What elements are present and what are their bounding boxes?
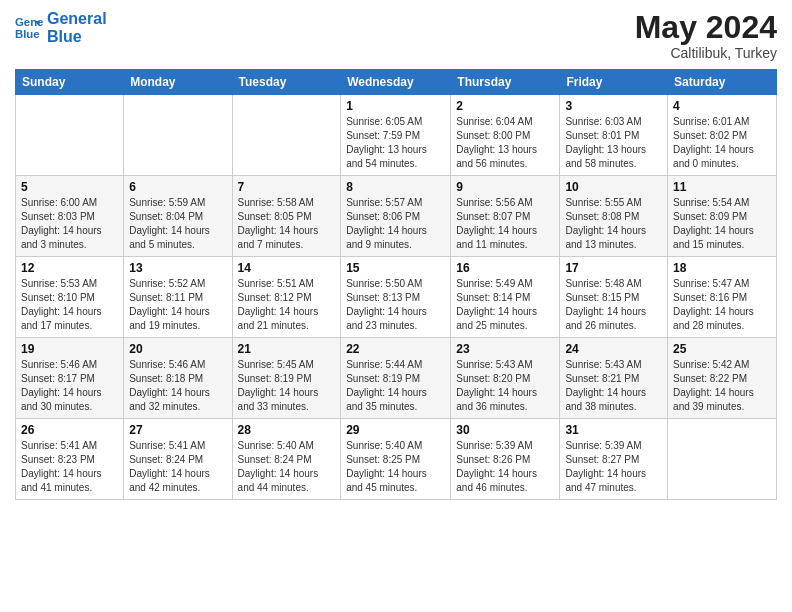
day-info: Sunrise: 5:51 AMSunset: 8:12 PMDaylight:… — [238, 277, 336, 333]
calendar-cell: 22Sunrise: 5:44 AMSunset: 8:19 PMDayligh… — [341, 338, 451, 419]
day-info: Sunrise: 5:56 AMSunset: 8:07 PMDaylight:… — [456, 196, 554, 252]
day-number: 3 — [565, 99, 662, 113]
calendar-cell: 20Sunrise: 5:46 AMSunset: 8:18 PMDayligh… — [124, 338, 232, 419]
calendar-cell: 19Sunrise: 5:46 AMSunset: 8:17 PMDayligh… — [16, 338, 124, 419]
calendar-cell: 16Sunrise: 5:49 AMSunset: 8:14 PMDayligh… — [451, 257, 560, 338]
calendar-cell: 17Sunrise: 5:48 AMSunset: 8:15 PMDayligh… — [560, 257, 668, 338]
calendar-header-thursday: Thursday — [451, 70, 560, 95]
day-info: Sunrise: 5:45 AMSunset: 8:19 PMDaylight:… — [238, 358, 336, 414]
calendar-cell: 30Sunrise: 5:39 AMSunset: 8:26 PMDayligh… — [451, 419, 560, 500]
day-info: Sunrise: 5:43 AMSunset: 8:21 PMDaylight:… — [565, 358, 662, 414]
day-number: 26 — [21, 423, 118, 437]
logo-icon: General Blue — [15, 14, 43, 42]
calendar-cell: 10Sunrise: 5:55 AMSunset: 8:08 PMDayligh… — [560, 176, 668, 257]
day-info: Sunrise: 6:01 AMSunset: 8:02 PMDaylight:… — [673, 115, 771, 171]
day-number: 28 — [238, 423, 336, 437]
calendar-cell: 21Sunrise: 5:45 AMSunset: 8:19 PMDayligh… — [232, 338, 341, 419]
day-info: Sunrise: 5:58 AMSunset: 8:05 PMDaylight:… — [238, 196, 336, 252]
day-number: 10 — [565, 180, 662, 194]
day-number: 30 — [456, 423, 554, 437]
day-info: Sunrise: 5:44 AMSunset: 8:19 PMDaylight:… — [346, 358, 445, 414]
calendar-week-2: 5Sunrise: 6:00 AMSunset: 8:03 PMDaylight… — [16, 176, 777, 257]
calendar-cell: 24Sunrise: 5:43 AMSunset: 8:21 PMDayligh… — [560, 338, 668, 419]
day-number: 27 — [129, 423, 226, 437]
header: General Blue General Blue May 2024 Calti… — [15, 10, 777, 61]
title-block: May 2024 Caltilibuk, Turkey — [635, 10, 777, 61]
calendar-week-5: 26Sunrise: 5:41 AMSunset: 8:23 PMDayligh… — [16, 419, 777, 500]
day-number: 1 — [346, 99, 445, 113]
day-info: Sunrise: 5:59 AMSunset: 8:04 PMDaylight:… — [129, 196, 226, 252]
day-number: 7 — [238, 180, 336, 194]
calendar-cell: 15Sunrise: 5:50 AMSunset: 8:13 PMDayligh… — [341, 257, 451, 338]
calendar-header-friday: Friday — [560, 70, 668, 95]
day-number: 21 — [238, 342, 336, 356]
calendar-cell: 26Sunrise: 5:41 AMSunset: 8:23 PMDayligh… — [16, 419, 124, 500]
day-info: Sunrise: 5:52 AMSunset: 8:11 PMDaylight:… — [129, 277, 226, 333]
day-number: 2 — [456, 99, 554, 113]
day-number: 16 — [456, 261, 554, 275]
calendar-week-1: 1Sunrise: 6:05 AMSunset: 7:59 PMDaylight… — [16, 95, 777, 176]
day-info: Sunrise: 5:47 AMSunset: 8:16 PMDaylight:… — [673, 277, 771, 333]
day-number: 29 — [346, 423, 445, 437]
day-info: Sunrise: 5:50 AMSunset: 8:13 PMDaylight:… — [346, 277, 445, 333]
day-info: Sunrise: 5:41 AMSunset: 8:23 PMDaylight:… — [21, 439, 118, 495]
calendar-cell — [232, 95, 341, 176]
day-number: 31 — [565, 423, 662, 437]
day-info: Sunrise: 5:46 AMSunset: 8:18 PMDaylight:… — [129, 358, 226, 414]
calendar-cell: 14Sunrise: 5:51 AMSunset: 8:12 PMDayligh… — [232, 257, 341, 338]
calendar-cell: 29Sunrise: 5:40 AMSunset: 8:25 PMDayligh… — [341, 419, 451, 500]
day-info: Sunrise: 5:48 AMSunset: 8:15 PMDaylight:… — [565, 277, 662, 333]
calendar-cell: 5Sunrise: 6:00 AMSunset: 8:03 PMDaylight… — [16, 176, 124, 257]
day-number: 15 — [346, 261, 445, 275]
calendar-header-monday: Monday — [124, 70, 232, 95]
calendar-cell: 8Sunrise: 5:57 AMSunset: 8:06 PMDaylight… — [341, 176, 451, 257]
day-info: Sunrise: 5:42 AMSunset: 8:22 PMDaylight:… — [673, 358, 771, 414]
day-number: 4 — [673, 99, 771, 113]
day-info: Sunrise: 5:55 AMSunset: 8:08 PMDaylight:… — [565, 196, 662, 252]
day-info: Sunrise: 6:03 AMSunset: 8:01 PMDaylight:… — [565, 115, 662, 171]
main-title: May 2024 — [635, 10, 777, 45]
calendar-header-row: SundayMondayTuesdayWednesdayThursdayFrid… — [16, 70, 777, 95]
calendar-cell: 12Sunrise: 5:53 AMSunset: 8:10 PMDayligh… — [16, 257, 124, 338]
calendar-cell: 27Sunrise: 5:41 AMSunset: 8:24 PMDayligh… — [124, 419, 232, 500]
day-info: Sunrise: 5:54 AMSunset: 8:09 PMDaylight:… — [673, 196, 771, 252]
day-number: 22 — [346, 342, 445, 356]
calendar-cell: 2Sunrise: 6:04 AMSunset: 8:00 PMDaylight… — [451, 95, 560, 176]
day-number: 23 — [456, 342, 554, 356]
calendar-week-3: 12Sunrise: 5:53 AMSunset: 8:10 PMDayligh… — [16, 257, 777, 338]
day-info: Sunrise: 5:53 AMSunset: 8:10 PMDaylight:… — [21, 277, 118, 333]
calendar-header-saturday: Saturday — [668, 70, 777, 95]
day-number: 18 — [673, 261, 771, 275]
day-info: Sunrise: 5:43 AMSunset: 8:20 PMDaylight:… — [456, 358, 554, 414]
day-number: 6 — [129, 180, 226, 194]
calendar-cell: 3Sunrise: 6:03 AMSunset: 8:01 PMDaylight… — [560, 95, 668, 176]
calendar-cell: 31Sunrise: 5:39 AMSunset: 8:27 PMDayligh… — [560, 419, 668, 500]
day-number: 8 — [346, 180, 445, 194]
day-info: Sunrise: 5:40 AMSunset: 8:25 PMDaylight:… — [346, 439, 445, 495]
calendar-body: 1Sunrise: 6:05 AMSunset: 7:59 PMDaylight… — [16, 95, 777, 500]
day-info: Sunrise: 5:57 AMSunset: 8:06 PMDaylight:… — [346, 196, 445, 252]
calendar-cell — [668, 419, 777, 500]
calendar-cell: 1Sunrise: 6:05 AMSunset: 7:59 PMDaylight… — [341, 95, 451, 176]
calendar-header-wednesday: Wednesday — [341, 70, 451, 95]
day-info: Sunrise: 5:41 AMSunset: 8:24 PMDaylight:… — [129, 439, 226, 495]
day-number: 24 — [565, 342, 662, 356]
calendar-header-sunday: Sunday — [16, 70, 124, 95]
day-info: Sunrise: 5:40 AMSunset: 8:24 PMDaylight:… — [238, 439, 336, 495]
logo: General Blue General Blue — [15, 10, 107, 47]
day-info: Sunrise: 5:49 AMSunset: 8:14 PMDaylight:… — [456, 277, 554, 333]
calendar-cell — [16, 95, 124, 176]
day-number: 25 — [673, 342, 771, 356]
day-number: 9 — [456, 180, 554, 194]
day-info: Sunrise: 5:39 AMSunset: 8:26 PMDaylight:… — [456, 439, 554, 495]
page: General Blue General Blue May 2024 Calti… — [0, 0, 792, 612]
calendar-cell: 4Sunrise: 6:01 AMSunset: 8:02 PMDaylight… — [668, 95, 777, 176]
calendar-cell: 28Sunrise: 5:40 AMSunset: 8:24 PMDayligh… — [232, 419, 341, 500]
sub-title: Caltilibuk, Turkey — [635, 45, 777, 61]
svg-text:Blue: Blue — [15, 28, 40, 40]
calendar-cell: 7Sunrise: 5:58 AMSunset: 8:05 PMDaylight… — [232, 176, 341, 257]
day-number: 11 — [673, 180, 771, 194]
calendar-table: SundayMondayTuesdayWednesdayThursdayFrid… — [15, 69, 777, 500]
day-info: Sunrise: 5:39 AMSunset: 8:27 PMDaylight:… — [565, 439, 662, 495]
calendar-week-4: 19Sunrise: 5:46 AMSunset: 8:17 PMDayligh… — [16, 338, 777, 419]
